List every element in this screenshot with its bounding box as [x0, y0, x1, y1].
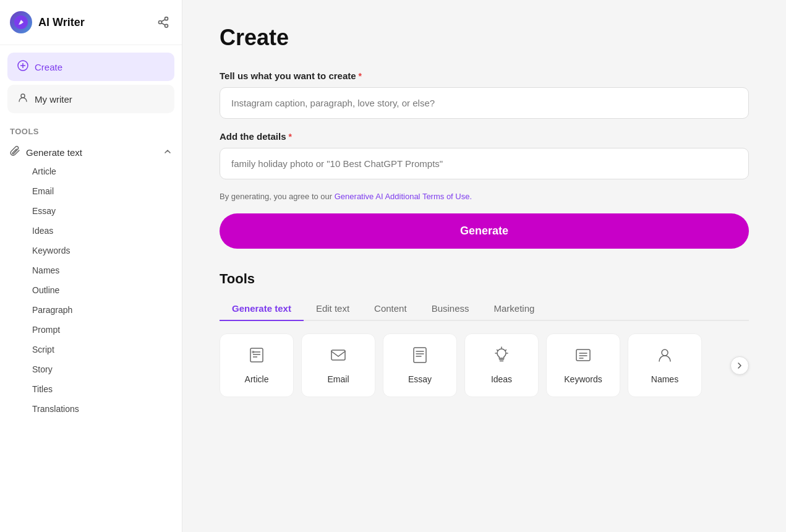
form-label-1: Tell us what you want to create * [220, 71, 749, 81]
tool-card-names[interactable]: Names [628, 333, 702, 397]
svg-point-1 [165, 17, 168, 20]
share-button[interactable] [155, 14, 172, 31]
sidebar-item-ideas[interactable]: Ideas [5, 221, 177, 241]
sidebar-item-prompt[interactable]: Prompt [5, 320, 177, 340]
essay-icon [411, 346, 429, 368]
required-star-1: * [359, 71, 362, 81]
svg-rect-16 [331, 350, 345, 360]
svg-point-3 [165, 24, 168, 27]
sidebar-nav: Create My writer [0, 45, 182, 121]
tab-content[interactable]: Content [362, 297, 419, 321]
tools-tabs: Generate text Edit text Content Business… [220, 297, 749, 321]
generate-text-label: Generate text [26, 147, 158, 158]
details-input[interactable] [220, 148, 749, 179]
required-star-2: * [289, 132, 292, 142]
email-label: Email [327, 374, 349, 384]
svg-rect-10 [250, 348, 263, 362]
tab-marketing[interactable]: Marketing [482, 297, 547, 321]
sidebar-header: AI Writer [0, 0, 182, 45]
svg-line-23 [497, 350, 498, 351]
tools-cards-wrapper: Article Email [220, 333, 749, 397]
keywords-icon [575, 346, 592, 368]
svg-rect-25 [576, 350, 590, 361]
paperclip-icon [10, 145, 21, 159]
tools-section-label: Tools [0, 121, 182, 139]
create-button[interactable]: Create [7, 53, 174, 81]
plus-icon [17, 60, 28, 74]
sidebar-item-outline[interactable]: Outline [5, 280, 177, 300]
tool-card-keywords[interactable]: Keywords [546, 333, 620, 397]
person-icon [17, 92, 28, 106]
svg-rect-17 [414, 348, 426, 363]
tool-card-email[interactable]: Email [301, 333, 375, 397]
svg-point-9 [21, 94, 25, 98]
terms-link[interactable]: Generative AI Additional Terms of Use. [335, 192, 472, 201]
tab-business[interactable]: Business [419, 297, 482, 321]
tool-card-essay[interactable]: Essay [383, 333, 457, 397]
svg-line-24 [505, 350, 506, 351]
form-label-2: Add the details * [220, 131, 749, 142]
names-label: Names [651, 374, 678, 384]
tools-section: Tools Generate text Edit text Content Bu… [220, 271, 749, 397]
tools-title: Tools [220, 271, 749, 287]
sidebar-item-keywords[interactable]: Keywords [5, 241, 177, 260]
what-to-create-input[interactable] [220, 87, 749, 119]
sidebar-item-article[interactable]: Article [5, 161, 177, 181]
svg-line-5 [161, 19, 165, 21]
create-label: Create [35, 62, 62, 72]
ideas-icon [493, 346, 510, 368]
sidebar-item-essay[interactable]: Essay [5, 201, 177, 221]
keywords-label: Keywords [564, 374, 602, 384]
sidebar-item-names[interactable]: Names [5, 260, 177, 280]
my-writer-label: My writer [35, 94, 72, 105]
generate-button[interactable]: Generate [220, 213, 749, 249]
my-writer-button[interactable]: My writer [7, 85, 174, 113]
names-icon [656, 346, 673, 368]
terms-text: By generating, you agree to our Generati… [220, 192, 749, 201]
main-content: Create Tell us what you want to create *… [182, 0, 786, 532]
app-title: AI Writer [38, 16, 148, 29]
tool-card-ideas[interactable]: Ideas [464, 333, 539, 397]
tab-generate-text[interactable]: Generate text [220, 297, 304, 321]
tab-edit-text[interactable]: Edit text [304, 297, 362, 321]
sidebar-item-email[interactable]: Email [5, 181, 177, 201]
cards-next-button[interactable] [730, 356, 749, 375]
svg-point-29 [662, 350, 668, 356]
essay-label: Essay [408, 374, 432, 384]
generate-text-header[interactable]: Generate text [0, 139, 182, 161]
app-logo [10, 11, 32, 33]
article-icon [248, 346, 265, 368]
chevron-up-icon [163, 147, 172, 158]
sidebar-item-paragraph[interactable]: Paragraph [5, 300, 177, 320]
svg-line-4 [161, 23, 165, 25]
form-field-2: Add the details * [220, 131, 749, 179]
sidebar-item-story[interactable]: Story [5, 359, 177, 379]
article-label: Article [245, 374, 269, 384]
sub-nav: Article Email Essay Ideas Keywords Names… [0, 161, 182, 419]
ideas-label: Ideas [491, 374, 512, 384]
tool-card-article[interactable]: Article [220, 333, 294, 397]
svg-rect-15 [252, 351, 254, 353]
sidebar-item-translations[interactable]: Translations [5, 399, 177, 419]
email-icon [330, 346, 347, 368]
page-title: Create [220, 25, 749, 51]
tools-cards: Article Email [220, 333, 749, 397]
sidebar-item-script[interactable]: Script [5, 340, 177, 359]
form-field-1: Tell us what you want to create * [220, 71, 749, 119]
svg-point-2 [159, 21, 162, 24]
sidebar: AI Writer Create [0, 0, 182, 532]
sidebar-item-titles[interactable]: Titles [5, 379, 177, 399]
